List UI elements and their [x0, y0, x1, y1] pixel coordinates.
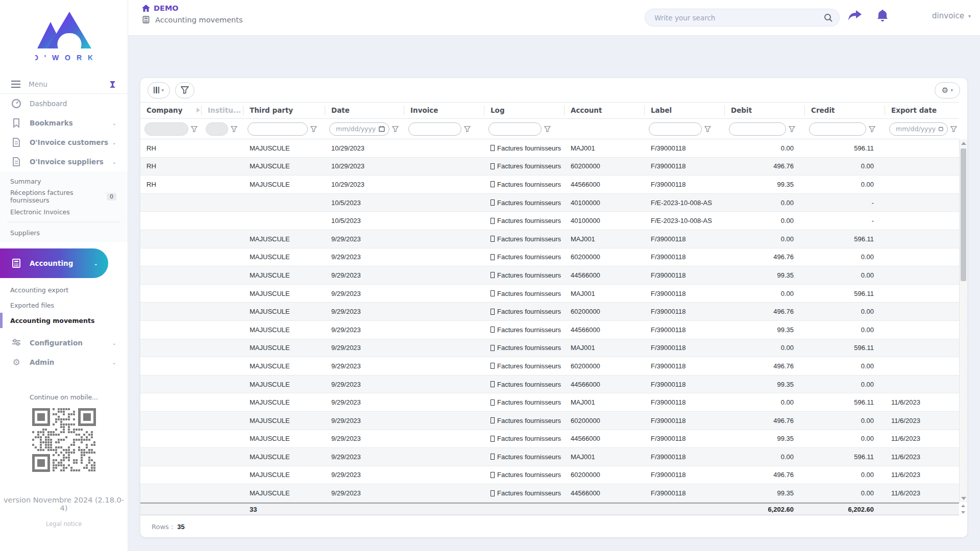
table-row[interactable]: MAJUSCULE9/29/2023Factures fournisseurs6… — [140, 248, 959, 267]
log-cell: Factures fournisseurs — [484, 162, 565, 170]
table-row[interactable]: 10/5/2023Factures fournisseurs40100000F/… — [140, 194, 959, 212]
third-party-filter-input[interactable] — [248, 122, 308, 136]
export-date-filter-input[interactable]: mm/dd/yyyy — [889, 122, 948, 136]
column-header-log[interactable]: Log — [484, 106, 565, 115]
sidebar-item-oinvoice-customers[interactable]: O'Invoice customers ⌄ — [0, 133, 128, 152]
funnel-icon[interactable] — [544, 126, 551, 132]
funnel-icon[interactable] — [392, 126, 399, 132]
chevron-down-icon: ▾ — [968, 13, 971, 19]
column-header-credit[interactable]: Credit — [805, 106, 885, 115]
table-row[interactable]: MAJUSCULE9/29/2023Factures fournisseurs6… — [140, 466, 959, 485]
menu-toggle-row[interactable]: Menu — [0, 75, 128, 94]
log-cell: Factures fournisseurs — [484, 453, 565, 461]
invoice-filter-input[interactable] — [408, 122, 461, 136]
submenu-item-summary[interactable]: Summary — [0, 173, 128, 189]
date-filter-input[interactable]: mm/dd/yyyy — [329, 122, 389, 136]
table-row[interactable]: MAJUSCULE9/29/2023Factures fournisseursM… — [140, 448, 959, 466]
label-filter-cell — [645, 122, 725, 136]
chevron-down-icon: ⌄ — [112, 159, 116, 165]
hamburger-icon[interactable] — [11, 81, 20, 88]
column-header-label[interactable]: Label — [645, 106, 725, 115]
institution-filter-input[interactable] — [206, 122, 228, 136]
table-row[interactable]: MAJUSCULE9/29/2023Factures fournisseurs6… — [140, 357, 959, 375]
submenu-item-suppliers[interactable]: Suppliers — [0, 225, 128, 240]
credit-filter-input[interactable] — [809, 122, 866, 136]
breadcrumb: DEMO Accounting movements — [142, 4, 243, 24]
table-row[interactable]: MAJUSCULE9/29/2023Factures fournisseursM… — [140, 230, 959, 248]
table-row[interactable]: RHMAJUSCULE10/29/2023Factures fournisseu… — [140, 176, 959, 194]
columns-button[interactable]: ▾ — [148, 82, 170, 98]
filter-button[interactable] — [175, 82, 194, 98]
table-row[interactable]: MAJUSCULE9/29/2023Factures fournisseurs4… — [140, 430, 959, 448]
column-header-account[interactable]: Account — [565, 106, 645, 115]
share-icon[interactable] — [847, 8, 863, 23]
user-menu[interactable]: dinvoice ▾ — [932, 11, 971, 20]
column-header-third-party[interactable]: Third party — [243, 106, 325, 115]
scroll-down-arrow[interactable] — [961, 497, 966, 500]
table-header-row: CompanyInstitu...Third partyDateInvoiceL… — [140, 102, 959, 119]
sidebar-item-bookmarks[interactable]: Bookmarks ⌄ — [0, 113, 128, 133]
funnel-icon[interactable] — [869, 126, 875, 132]
missing-glyph-icon — [491, 254, 495, 260]
sidebar-item-oinvoice-suppliers[interactable]: O'Invoice suppliers ⌄ — [0, 152, 128, 171]
table-row[interactable]: MAJUSCULE9/29/2023Factures fournisseurs6… — [140, 303, 959, 321]
label-filter-input[interactable] — [649, 122, 702, 136]
table-row[interactable]: 10/5/2023Factures fournisseurs40100000F/… — [140, 212, 959, 230]
table-row[interactable]: MAJUSCULE9/29/2023Factures fournisseurs4… — [140, 321, 959, 339]
submenu-item-exported-files[interactable]: Exported files — [0, 297, 128, 313]
submenu-item-electronic-invoices[interactable]: Electronic Invoices — [0, 204, 128, 219]
table-row[interactable]: MAJUSCULE9/29/2023Factures fournisseurs4… — [140, 484, 959, 503]
pin-sidebar-icon[interactable] — [109, 81, 116, 88]
column-header-debit[interactable]: Debit — [725, 106, 805, 115]
gear-icon: ⚙ — [942, 86, 948, 95]
funnel-icon[interactable] — [310, 126, 317, 132]
breadcrumb-home[interactable]: DEMO — [142, 4, 243, 12]
table-row[interactable]: RHMAJUSCULE10/29/2023Factures fournisseu… — [140, 139, 959, 158]
submenu-item-accounting-movements[interactable]: Accounting movements — [0, 313, 128, 328]
sidebar-item-accounting[interactable]: Accounting ⌄ — [0, 248, 108, 278]
table-row[interactable]: MAJUSCULE9/29/2023Factures fournisseursM… — [140, 285, 959, 303]
funnel-icon[interactable] — [464, 126, 471, 132]
log-filter-input[interactable] — [488, 122, 542, 136]
table-toolbar: ▾ ⚙ ▾ — [140, 78, 967, 102]
table-row[interactable]: MAJUSCULE9/29/2023Factures fournisseurs6… — [140, 412, 959, 430]
funnel-icon[interactable] — [231, 126, 237, 132]
submenu-item-receptions[interactable]: Réceptions factures fournisseurs 0 — [0, 189, 128, 204]
notifications-bell-icon[interactable] — [875, 8, 890, 23]
search-input[interactable] — [654, 14, 824, 22]
sidebar-item-configuration[interactable]: Configuration ⌄ — [0, 333, 128, 353]
scroll-up-arrow[interactable] — [961, 142, 966, 145]
funnel-icon[interactable] — [950, 126, 957, 132]
company-filter-input[interactable] — [144, 122, 188, 136]
missing-glyph-icon — [491, 290, 495, 296]
table-row[interactable]: MAJUSCULE9/29/2023Factures fournisseurs4… — [140, 375, 959, 394]
table-row[interactable]: RHMAJUSCULE10/29/2023Factures fournisseu… — [140, 158, 959, 176]
table-row[interactable]: MAJUSCULE9/29/2023Factures fournisseursM… — [140, 339, 959, 358]
search-icon[interactable] — [824, 13, 833, 22]
sidebar-item-admin[interactable]: ⚙ Admin ⌄ — [0, 353, 128, 372]
vertical-scrollbar[interactable] — [959, 139, 967, 503]
table-row[interactable]: MAJUSCULE9/29/2023Factures fournisseurs4… — [140, 266, 959, 285]
debit-filter-input[interactable] — [729, 122, 786, 136]
funnel-icon[interactable] — [191, 126, 198, 132]
table-settings-button[interactable]: ⚙ ▾ — [935, 82, 960, 98]
sidebar-item-dashboard[interactable]: Dashboard — [0, 94, 128, 113]
table-body: RHMAJUSCULE10/29/2023Factures fournisseu… — [140, 139, 959, 503]
legal-notice-link[interactable]: Legal notice — [0, 520, 128, 528]
column-header-company[interactable]: Company — [140, 106, 202, 115]
log-cell: Factures fournisseurs — [484, 398, 565, 406]
calendar-icon[interactable] — [379, 126, 385, 132]
calendar-icon[interactable] — [939, 126, 943, 132]
column-header-invoice[interactable]: Invoice — [404, 106, 484, 115]
column-header-export-date[interactable]: Export date — [885, 106, 959, 115]
scrollbar-thumb[interactable] — [961, 148, 966, 281]
column-header-institu-[interactable]: Institu... — [202, 106, 243, 115]
submenu-item-accounting-export[interactable]: Accounting export — [0, 282, 128, 297]
funnel-icon[interactable] — [789, 126, 795, 132]
table-row[interactable]: MAJUSCULE9/29/2023Factures fournisseursM… — [140, 393, 959, 412]
funnel-icon[interactable] — [704, 126, 711, 132]
total-row-scrollbar[interactable] — [960, 504, 966, 515]
log-cell: Factures fournisseurs — [484, 417, 565, 424]
column-group-expander-icon[interactable] — [197, 108, 200, 113]
column-header-date[interactable]: Date — [325, 106, 404, 115]
